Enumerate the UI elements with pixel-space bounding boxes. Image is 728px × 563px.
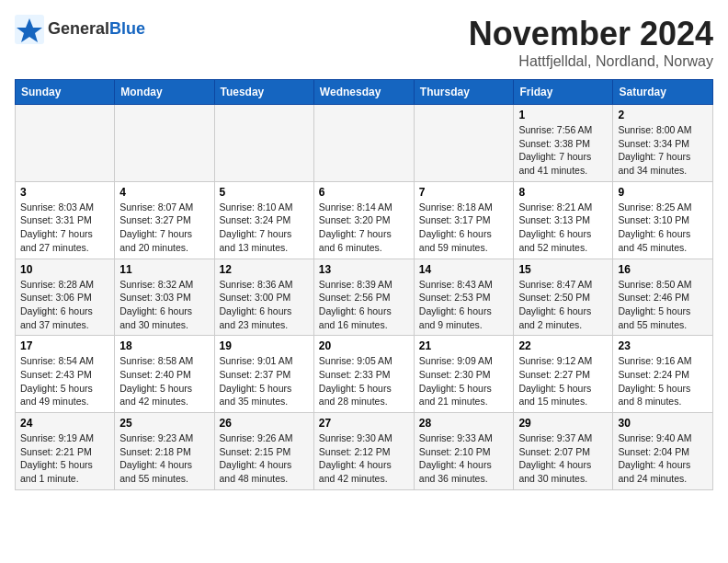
day-number: 6 [319, 186, 409, 199]
day-info: Sunrise: 8:39 AM Sunset: 2:56 PM Dayligh… [319, 278, 409, 332]
day-cell: 21Sunrise: 9:09 AM Sunset: 2:30 PM Dayli… [414, 336, 514, 413]
day-info: Sunrise: 8:10 AM Sunset: 3:24 PM Dayligh… [220, 201, 309, 255]
logo: GeneralBlue [15, 15, 145, 44]
day-info: Sunrise: 8:32 AM Sunset: 3:03 PM Dayligh… [119, 278, 209, 332]
day-number: 15 [518, 263, 608, 276]
logo-text: GeneralBlue [48, 20, 145, 39]
day-info: Sunrise: 9:30 AM Sunset: 2:12 PM Dayligh… [319, 431, 409, 486]
day-info: Sunrise: 9:16 AM Sunset: 2:24 PM Dayligh… [618, 354, 708, 408]
day-number: 20 [319, 339, 409, 352]
day-number: 23 [618, 339, 708, 352]
day-number: 18 [119, 339, 209, 352]
day-cell: 7Sunrise: 8:18 AM Sunset: 3:17 PM Daylig… [414, 181, 514, 259]
calendar: SundayMondayTuesdayWednesdayThursdayFrid… [15, 79, 713, 490]
day-info: Sunrise: 8:25 AM Sunset: 3:10 PM Dayligh… [618, 201, 708, 255]
week-row-4: 17Sunrise: 8:54 AM Sunset: 2:43 PM Dayli… [16, 336, 713, 413]
day-number: 8 [518, 186, 608, 199]
week-row-5: 24Sunrise: 9:19 AM Sunset: 2:21 PM Dayli… [16, 413, 713, 490]
weekday-header-friday: Friday [514, 80, 613, 105]
day-number: 16 [618, 263, 708, 276]
day-cell: 20Sunrise: 9:05 AM Sunset: 2:33 PM Dayli… [313, 336, 414, 413]
week-row-2: 3Sunrise: 8:03 AM Sunset: 3:31 PM Daylig… [16, 181, 713, 259]
day-info: Sunrise: 8:14 AM Sunset: 3:20 PM Dayligh… [319, 201, 409, 255]
day-cell: 17Sunrise: 8:54 AM Sunset: 2:43 PM Dayli… [16, 336, 115, 413]
day-info: Sunrise: 8:28 AM Sunset: 3:06 PM Dayligh… [20, 278, 109, 332]
day-cell: 11Sunrise: 8:32 AM Sunset: 3:03 PM Dayli… [115, 259, 214, 336]
day-info: Sunrise: 8:03 AM Sunset: 3:31 PM Dayligh… [20, 201, 109, 255]
day-info: Sunrise: 9:19 AM Sunset: 2:21 PM Dayligh… [20, 431, 109, 486]
day-cell: 13Sunrise: 8:39 AM Sunset: 2:56 PM Dayli… [313, 259, 414, 336]
day-cell: 18Sunrise: 8:58 AM Sunset: 2:40 PM Dayli… [115, 336, 214, 413]
day-cell: 23Sunrise: 9:16 AM Sunset: 2:24 PM Dayli… [613, 336, 713, 413]
week-row-1: 1Sunrise: 7:56 AM Sunset: 3:38 PM Daylig… [16, 105, 713, 182]
day-info: Sunrise: 9:01 AM Sunset: 2:37 PM Dayligh… [220, 354, 309, 408]
day-cell: 25Sunrise: 9:23 AM Sunset: 2:18 PM Dayli… [115, 413, 214, 490]
day-number: 25 [119, 417, 209, 430]
day-cell: 6Sunrise: 8:14 AM Sunset: 3:20 PM Daylig… [313, 181, 414, 259]
day-number: 11 [119, 263, 209, 276]
day-info: Sunrise: 9:23 AM Sunset: 2:18 PM Dayligh… [119, 431, 209, 486]
day-cell: 12Sunrise: 8:36 AM Sunset: 3:00 PM Dayli… [214, 259, 313, 336]
logo-icon [15, 15, 44, 44]
day-cell: 28Sunrise: 9:33 AM Sunset: 2:10 PM Dayli… [414, 413, 514, 490]
day-number: 28 [419, 417, 509, 430]
day-number: 4 [119, 186, 209, 199]
day-info: Sunrise: 8:43 AM Sunset: 2:53 PM Dayligh… [419, 278, 509, 332]
day-cell: 29Sunrise: 9:37 AM Sunset: 2:07 PM Dayli… [514, 413, 613, 490]
weekday-header-tuesday: Tuesday [214, 80, 313, 105]
day-number: 9 [618, 186, 708, 199]
header: GeneralBlue November 2024 Hattfjelldal, … [15, 15, 713, 70]
week-row-3: 10Sunrise: 8:28 AM Sunset: 3:06 PM Dayli… [16, 259, 713, 336]
day-cell: 10Sunrise: 8:28 AM Sunset: 3:06 PM Dayli… [16, 259, 115, 336]
weekday-header-row: SundayMondayTuesdayWednesdayThursdayFrid… [16, 80, 713, 105]
day-cell [16, 105, 115, 182]
day-number: 29 [518, 417, 608, 430]
day-number: 12 [220, 263, 309, 276]
day-info: Sunrise: 8:07 AM Sunset: 3:27 PM Dayligh… [119, 201, 209, 255]
day-cell: 15Sunrise: 8:47 AM Sunset: 2:50 PM Dayli… [514, 259, 613, 336]
location-title: Hattfjelldal, Nordland, Norway [469, 53, 713, 70]
day-number: 27 [319, 417, 409, 430]
day-info: Sunrise: 8:00 AM Sunset: 3:34 PM Dayligh… [618, 123, 708, 178]
day-cell [414, 105, 514, 182]
day-number: 21 [419, 339, 509, 352]
day-info: Sunrise: 8:58 AM Sunset: 2:40 PM Dayligh… [119, 354, 209, 408]
day-cell [313, 105, 414, 182]
day-number: 7 [419, 186, 509, 199]
day-number: 22 [518, 339, 608, 352]
day-cell: 9Sunrise: 8:25 AM Sunset: 3:10 PM Daylig… [613, 181, 713, 259]
day-cell: 4Sunrise: 8:07 AM Sunset: 3:27 PM Daylig… [115, 181, 214, 259]
day-number: 14 [419, 263, 509, 276]
day-number: 3 [20, 186, 109, 199]
month-title: November 2024 [469, 15, 713, 53]
weekday-header-sunday: Sunday [16, 80, 115, 105]
logo-general: General [48, 19, 109, 38]
day-cell: 8Sunrise: 8:21 AM Sunset: 3:13 PM Daylig… [514, 181, 613, 259]
day-cell [115, 105, 214, 182]
day-cell: 27Sunrise: 9:30 AM Sunset: 2:12 PM Dayli… [313, 413, 414, 490]
weekday-header-saturday: Saturday [613, 80, 713, 105]
day-info: Sunrise: 9:09 AM Sunset: 2:30 PM Dayligh… [419, 354, 509, 408]
day-number: 30 [618, 417, 708, 430]
title-area: November 2024 Hattfjelldal, Nordland, No… [469, 15, 713, 70]
weekday-header-wednesday: Wednesday [313, 80, 414, 105]
day-info: Sunrise: 9:05 AM Sunset: 2:33 PM Dayligh… [319, 354, 409, 408]
day-cell: 5Sunrise: 8:10 AM Sunset: 3:24 PM Daylig… [214, 181, 313, 259]
weekday-header-monday: Monday [115, 80, 214, 105]
day-cell: 30Sunrise: 9:40 AM Sunset: 2:04 PM Dayli… [613, 413, 713, 490]
day-info: Sunrise: 7:56 AM Sunset: 3:38 PM Dayligh… [518, 123, 608, 178]
day-cell: 14Sunrise: 8:43 AM Sunset: 2:53 PM Dayli… [414, 259, 514, 336]
day-number: 2 [618, 109, 708, 121]
day-info: Sunrise: 8:50 AM Sunset: 2:46 PM Dayligh… [618, 278, 708, 332]
day-info: Sunrise: 8:36 AM Sunset: 3:00 PM Dayligh… [220, 278, 309, 332]
day-info: Sunrise: 8:21 AM Sunset: 3:13 PM Dayligh… [518, 201, 608, 255]
day-number: 13 [319, 263, 409, 276]
day-info: Sunrise: 8:18 AM Sunset: 3:17 PM Dayligh… [419, 201, 509, 255]
day-info: Sunrise: 9:40 AM Sunset: 2:04 PM Dayligh… [618, 431, 708, 486]
day-cell: 22Sunrise: 9:12 AM Sunset: 2:27 PM Dayli… [514, 336, 613, 413]
day-number: 24 [20, 417, 109, 430]
day-cell: 19Sunrise: 9:01 AM Sunset: 2:37 PM Dayli… [214, 336, 313, 413]
day-cell: 2Sunrise: 8:00 AM Sunset: 3:34 PM Daylig… [613, 105, 713, 182]
day-number: 26 [220, 417, 309, 430]
day-info: Sunrise: 9:26 AM Sunset: 2:15 PM Dayligh… [220, 431, 309, 486]
